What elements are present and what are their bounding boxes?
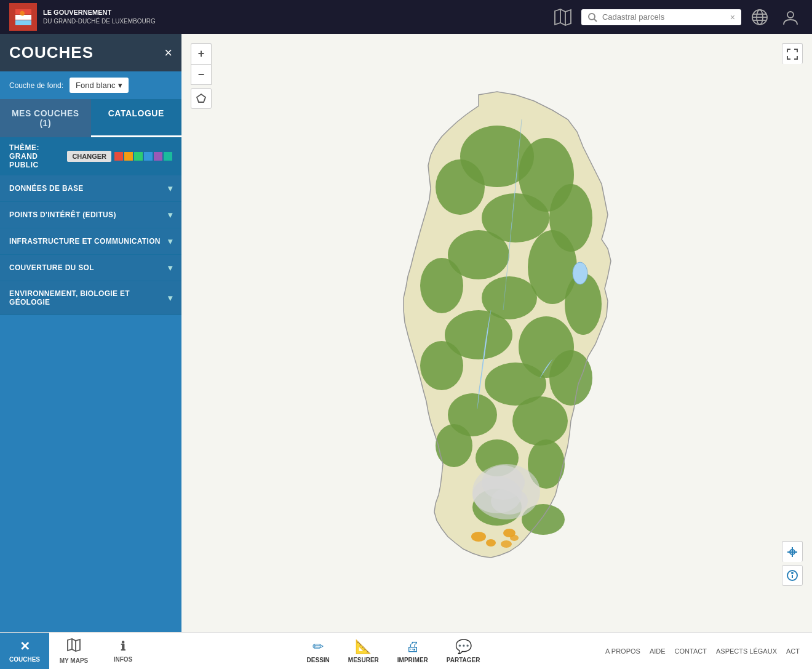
theme-changer: CHANGER [67,151,172,162]
svg-marker-3 [555,9,571,25]
aide-link[interactable]: AIDE [650,647,666,655]
svg-point-28 [420,258,463,313]
map-svg [288,64,731,602]
color-swatch-orange [124,152,133,161]
partager-icon: 💬 [455,639,472,655]
sidebar-header: COUCHES × [0,34,181,71]
tab-my-layers[interactable]: MES COUCHES (1) [0,99,91,137]
layer-item-1[interactable]: POINTS D'INTÉRÊT (EDITUS)▾ [0,202,181,228]
mymaps-icon [67,638,81,655]
color-swatch-green [134,152,143,161]
map-icon-btn[interactable] [551,5,575,30]
theme-colors [114,152,172,161]
mesurer-label: MESURER [348,657,379,663]
infos-label: INFOS [114,656,133,663]
layer-item-0[interactable]: DONNÉES DE BASE▾ [0,175,181,202]
gov-text: LE GOUVERNEMENT DU GRAND-DUCHÉ DE LUXEMB… [43,8,156,26]
layers-icon: ✕ [20,639,30,654]
contact-link[interactable]: CONTACT [675,647,707,655]
bottom-left-tabs: ✕ COUCHES MY MAPS ℹ INFOS [0,633,181,669]
zoom-in-button[interactable]: + [191,43,212,64]
couches-label: COUCHES [9,656,40,663]
user-icon-btn[interactable] [778,5,803,30]
a-propos-link[interactable]: A PROPOS [605,647,640,655]
layer-item-4[interactable]: ENVIRONNEMENT, BIOLOGIE ET GÉOLOGIE▾ [0,281,181,315]
layer-item-2[interactable]: INFRASTRUCTURE ET COMMUNICATION▾ [0,228,181,255]
partager-tool[interactable]: 💬 PARTAGER [447,639,480,663]
chevron-icon: ▾ [168,183,172,193]
chevron-icon: ▾ [168,210,172,220]
search-input[interactable] [602,12,725,22]
svg-point-40 [436,424,472,467]
layer-label: COUVERTURE DU SOL [9,263,94,272]
draw-region-button[interactable] [191,88,212,109]
layer-label: INFRASTRUCTURE ET COMMUNICATION [9,237,161,246]
mesurer-icon: 📐 [355,639,372,655]
svg-point-33 [420,341,463,390]
bg-layer-value: Fond blanc [76,81,115,90]
layer-label: ENVIRONNEMENT, BIOLOGIE ET GÉOLOGIE [9,289,168,306]
svg-point-35 [549,350,592,406]
dessin-tool[interactable]: ✏ DESSIN [307,639,330,663]
layer-item-3[interactable]: COUVERTURE DU SOL▾ [0,255,181,281]
svg-point-49 [486,539,496,547]
svg-point-20 [792,572,793,574]
chevron-icon: ▾ [168,236,172,246]
svg-point-37 [512,396,568,446]
fullscreen-button[interactable] [782,43,803,64]
logo [9,3,37,31]
tab-catalogue[interactable]: CATALOGUE [91,99,182,137]
dessin-icon: ✏ [312,639,324,655]
svg-point-6 [589,14,595,20]
svg-rect-2 [15,20,31,25]
header: LE GOUVERNEMENT DU GRAND-DUCHÉ DE LUXEMB… [0,0,812,34]
info-button[interactable] [782,565,803,586]
color-swatch-teal [164,152,172,161]
map-navigation [782,541,803,586]
imprimer-tool[interactable]: 🖨 IMPRIMER [397,639,428,663]
svg-marker-14 [197,94,205,102]
header-right: × [551,5,803,30]
act-link[interactable]: ACT [786,647,800,655]
svg-point-52 [510,535,519,541]
sidebar: COUCHES × Couche de fond: Fond blanc ▾ M… [0,34,181,632]
globe-icon-btn[interactable] [747,5,772,30]
info-tab-icon: ℹ [121,639,125,654]
color-swatch-blue [144,152,153,161]
svg-point-46 [472,464,540,519]
mymaps-label: MY MAPS [60,657,89,664]
bottom-right-links: A PROPOS AIDE CONTACT ASPECTS LÉGAUX ACT [605,647,812,655]
bottom-center-tools: ✏ DESSIN 📐 MESURER 🖨 IMPRIMER 💬 PARTAGER [181,639,605,663]
theme-bar: THÈME: GRAND PUBLIC CHANGER [0,137,181,175]
bottom-bar: ✕ COUCHES MY MAPS ℹ INFOS ✏ DESSIN 📐 ME [0,632,812,669]
chevron-icon: ▾ [168,293,172,303]
map-area[interactable]: + − [181,34,812,632]
search-clear-icon[interactable]: × [730,12,735,22]
svg-point-48 [471,532,486,542]
sidebar-close-button[interactable]: × [164,46,172,60]
svg-marker-53 [68,639,80,651]
theme-label: THÈME: GRAND PUBLIC [9,143,67,169]
zoom-out-button[interactable]: − [191,64,212,85]
svg-point-47 [573,262,587,284]
search-container: × [581,9,741,25]
mesurer-tool[interactable]: 📐 MESURER [348,639,379,663]
partager-label: PARTAGER [447,657,480,663]
svg-line-7 [594,18,597,21]
theme-change-button[interactable]: CHANGER [67,151,111,162]
bottom-tab-infos[interactable]: ℹ INFOS [98,633,148,669]
chevron-icon: ▾ [168,263,172,273]
dessin-label: DESSIN [307,657,330,663]
imprimer-label: IMPRIMER [397,657,428,663]
location-button[interactable] [782,541,803,562]
bottom-tab-my-maps[interactable]: MY MAPS [49,633,98,669]
layer-label: POINTS D'INTÉRÊT (EDITUS) [9,210,116,219]
bg-layer-select[interactable]: Fond blanc ▾ [70,78,129,93]
svg-point-51 [501,540,512,548]
chevron-down-icon: ▾ [118,81,122,90]
color-swatch-purple [154,152,162,161]
svg-point-13 [787,12,794,18]
layer-list: DONNÉES DE BASE▾POINTS D'INTÉRÊT (EDITUS… [0,175,181,632]
bottom-tab-couches[interactable]: ✕ COUCHES [0,633,49,669]
aspects-legaux-link[interactable]: ASPECTS LÉGAUX [716,647,777,655]
